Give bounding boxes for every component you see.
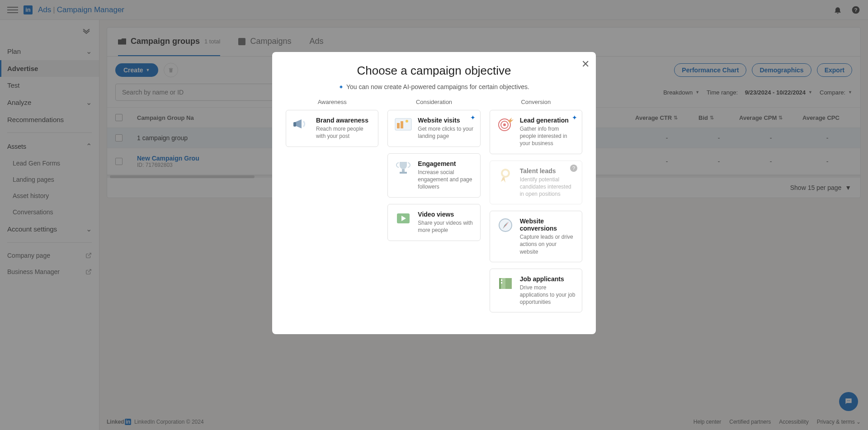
modal-overlay: ✕ Choose a campaign objective You can no… [0,0,868,20]
